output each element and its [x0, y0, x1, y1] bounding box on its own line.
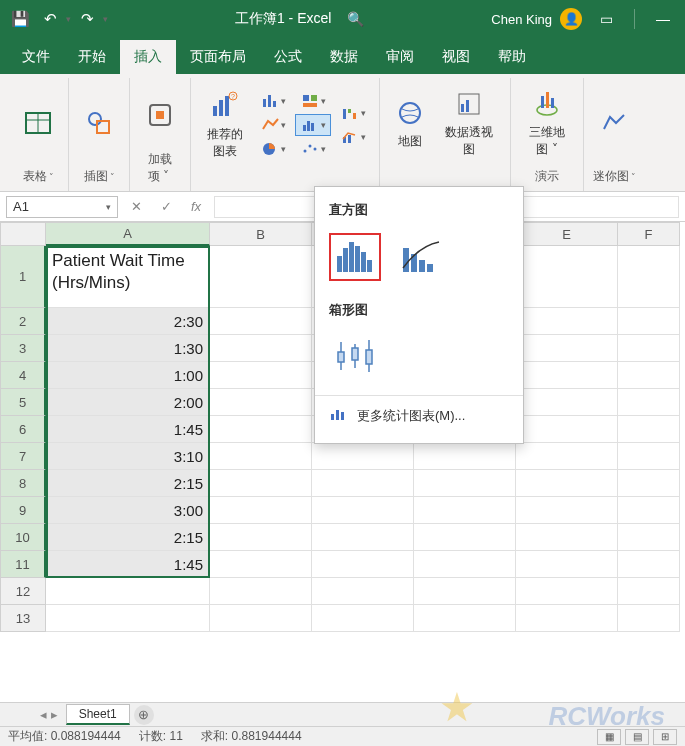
- tables-button[interactable]: [16, 103, 60, 143]
- cell-e1[interactable]: [516, 246, 618, 308]
- svg-rect-36: [546, 92, 549, 108]
- sparklines-button[interactable]: [592, 103, 636, 143]
- row-header-4[interactable]: 4: [0, 362, 46, 389]
- cell-a4[interactable]: 1:00: [46, 362, 210, 389]
- page-break-view-button[interactable]: ⊞: [653, 729, 677, 745]
- sheet-tab-1[interactable]: Sheet1: [66, 704, 130, 725]
- svg-rect-56: [341, 412, 344, 420]
- col-header-f[interactable]: F: [618, 222, 680, 246]
- row-header-6[interactable]: 6: [0, 416, 46, 443]
- waterfall-chart-button[interactable]: ▾: [335, 102, 371, 124]
- tab-formulas[interactable]: 公式: [260, 40, 316, 74]
- scatter-chart-button[interactable]: ▾: [295, 138, 331, 160]
- combo-chart-button[interactable]: ▾: [335, 126, 371, 148]
- pie-chart-button[interactable]: ▾: [255, 138, 291, 160]
- statistic-chart-button[interactable]: ▾: [295, 114, 331, 136]
- cell-a10[interactable]: 2:15: [46, 524, 210, 551]
- tab-pagelayout[interactable]: 页面布局: [176, 40, 260, 74]
- doc-title: 工作簿1 - Excel: [235, 10, 331, 28]
- tab-file[interactable]: 文件: [8, 40, 64, 74]
- cell-a8[interactable]: 2:15: [46, 470, 210, 497]
- quick-access-toolbar: 💾 ↶ ▾ ↷ ▾: [6, 5, 108, 33]
- cell-a2[interactable]: 2:30: [46, 308, 210, 335]
- col-header-b[interactable]: B: [210, 222, 312, 246]
- enter-button[interactable]: ✓: [154, 196, 178, 218]
- status-sum: 求和: 0.881944444: [201, 728, 302, 745]
- row-header-3[interactable]: 3: [0, 335, 46, 362]
- illustrations-button[interactable]: [77, 103, 121, 143]
- chevron-down-icon: ▾: [106, 202, 111, 212]
- user-name: Chen King: [491, 12, 552, 27]
- avatar[interactable]: 👤: [560, 8, 582, 30]
- sheet-nav[interactable]: ◂ ▸: [40, 707, 58, 722]
- ribbon: 表格˅ 插图˅ 加载 项 ˅ ? 推荐的 图表 ▾ ▾ ▾: [0, 74, 685, 192]
- window-title: 工作簿1 - Excel 🔍: [108, 10, 491, 28]
- threed-map-button[interactable]: 三维地 图 ˅: [519, 84, 575, 162]
- column-chart-button[interactable]: ▾: [255, 90, 291, 112]
- pareto-chart-option[interactable]: [395, 233, 447, 281]
- row-header-8[interactable]: 8: [0, 470, 46, 497]
- tab-home[interactable]: 开始: [64, 40, 120, 74]
- add-sheet-button[interactable]: ⊕: [134, 705, 154, 725]
- tab-insert[interactable]: 插入: [120, 40, 176, 74]
- tab-view[interactable]: 视图: [428, 40, 484, 74]
- line-chart-button[interactable]: ▾: [255, 114, 291, 136]
- svg-point-3: [89, 113, 101, 125]
- more-statistic-charts[interactable]: 更多统计图表(M)...: [315, 395, 523, 435]
- row-header-5[interactable]: 5: [0, 389, 46, 416]
- row-header-9[interactable]: 9: [0, 497, 46, 524]
- cell-a6[interactable]: 1:45: [46, 416, 210, 443]
- svg-rect-16: [303, 95, 309, 101]
- fx-button[interactable]: fx: [184, 196, 208, 218]
- save-button[interactable]: 💾: [6, 5, 34, 33]
- addins-button[interactable]: [138, 95, 182, 135]
- col-header-a[interactable]: A: [46, 222, 210, 246]
- status-average: 平均值: 0.088194444: [8, 728, 121, 745]
- svg-rect-54: [331, 414, 334, 420]
- row-header-7[interactable]: 7: [0, 443, 46, 470]
- svg-rect-49: [338, 352, 344, 362]
- tab-data[interactable]: 数据: [316, 40, 372, 74]
- undo-button[interactable]: ↶: [36, 5, 64, 33]
- tab-review[interactable]: 审阅: [372, 40, 428, 74]
- histogram-chart-option[interactable]: [329, 233, 381, 281]
- hierarchy-chart-button[interactable]: ▾: [295, 90, 331, 112]
- name-box[interactable]: A1 ▾: [6, 196, 118, 218]
- svg-point-23: [308, 144, 311, 147]
- row-header-2[interactable]: 2: [0, 308, 46, 335]
- ribbon-display-options[interactable]: ▭: [590, 5, 622, 33]
- svg-point-22: [303, 149, 306, 152]
- cell-a7[interactable]: 3:10: [46, 443, 210, 470]
- page-layout-view-button[interactable]: ▤: [625, 729, 649, 745]
- boxplot-chart-option[interactable]: [329, 333, 381, 381]
- cell-a3[interactable]: 1:30: [46, 335, 210, 362]
- row-header-11[interactable]: 11: [0, 551, 46, 578]
- cell-b1[interactable]: [210, 246, 312, 308]
- row-header-10[interactable]: 10: [0, 524, 46, 551]
- tab-help[interactable]: 帮助: [484, 40, 540, 74]
- cell-a11[interactable]: 1:45: [46, 551, 210, 578]
- select-all-corner[interactable]: [0, 222, 46, 246]
- minimize-button[interactable]: —: [647, 5, 679, 33]
- row-header-13[interactable]: 13: [0, 605, 46, 632]
- table-icon: [22, 107, 54, 139]
- maps-button[interactable]: 地图: [388, 93, 432, 154]
- cancel-button[interactable]: ✕: [124, 196, 148, 218]
- cell-a1[interactable]: Patient Wait Time (Hrs/Mins): [46, 246, 210, 308]
- search-icon[interactable]: 🔍: [347, 11, 364, 27]
- svg-rect-41: [355, 246, 360, 272]
- cell-a5[interactable]: 2:00: [46, 389, 210, 416]
- cell-a9[interactable]: 3:00: [46, 497, 210, 524]
- histogram-section-title: 直方图: [315, 195, 523, 229]
- col-header-e[interactable]: E: [516, 222, 618, 246]
- svg-rect-33: [466, 100, 469, 112]
- recommended-charts-button[interactable]: ? 推荐的 图表: [199, 86, 251, 164]
- svg-rect-42: [361, 252, 366, 272]
- normal-view-button[interactable]: ▦: [597, 729, 621, 745]
- redo-button[interactable]: ↷: [73, 5, 101, 33]
- svg-rect-6: [156, 111, 164, 119]
- pivotchart-button[interactable]: 数据透视图: [436, 84, 502, 162]
- cell-f1[interactable]: [618, 246, 680, 308]
- row-header-1[interactable]: 1: [0, 246, 46, 308]
- row-header-12[interactable]: 12: [0, 578, 46, 605]
